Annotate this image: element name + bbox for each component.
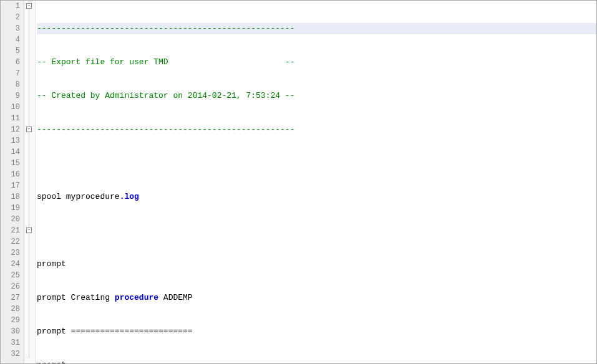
code-text: ADDEMP	[158, 292, 193, 304]
line-number: 7	[1, 68, 20, 79]
code-text: prompt =========================	[37, 326, 193, 337]
fold-toggle-icon[interactable]: -	[26, 228, 32, 233]
fold-toggle-icon[interactable]: -	[26, 3, 32, 9]
line-number: 25	[1, 270, 20, 281]
code-line: ----------------------------------------…	[37, 23, 596, 34]
line-number: 2	[1, 12, 20, 23]
line-number: 11	[1, 113, 20, 124]
line-number: 30	[1, 326, 20, 337]
line-number: 27	[1, 292, 20, 304]
line-number: 20	[1, 214, 20, 225]
code-line	[37, 225, 596, 236]
line-number: 13	[1, 135, 20, 146]
line-number: 15	[1, 158, 20, 169]
line-number: 23	[1, 247, 20, 259]
line-number: 18	[1, 191, 20, 203]
line-gutter: 1234567891011121314151617181920212223242…	[1, 1, 24, 363]
line-number: 31	[1, 337, 20, 348]
line-number: 19	[1, 203, 20, 214]
code-line: -- Export file for user TMD --	[37, 57, 596, 68]
code-line: prompt =========================	[37, 326, 596, 337]
line-number: 16	[1, 169, 20, 180]
line-number: 32	[1, 348, 20, 360]
line-number: 6	[1, 57, 20, 68]
comment-text: -- Export file for user TMD --	[37, 57, 294, 68]
code-text: prompt	[37, 360, 66, 364]
line-number: 24	[1, 259, 20, 270]
code-line: spool myprocedure.log	[37, 191, 596, 203]
fold-gutter: ---	[24, 1, 36, 363]
line-number: 26	[1, 281, 20, 292]
comment-text: -- Created by Administrator on 2014-02-2…	[37, 90, 294, 102]
code-line: prompt	[37, 259, 596, 270]
line-number: 8	[1, 79, 20, 90]
keyword: procedure	[115, 292, 158, 304]
line-number: 21	[1, 225, 20, 236]
code-text: prompt Creating	[37, 292, 115, 304]
fold-toggle-icon[interactable]: -	[26, 127, 32, 132]
line-number: 3	[1, 23, 20, 34]
code-line	[37, 158, 596, 169]
code-editor: 1234567891011121314151617181920212223242…	[1, 1, 596, 363]
code-text: spool myprocedure	[37, 191, 120, 203]
line-number: 4	[1, 34, 20, 46]
code-line: ----------------------------------------…	[37, 124, 596, 135]
code-text: prompt	[37, 259, 66, 270]
line-number: 9	[1, 90, 20, 102]
code-area[interactable]: ----------------------------------------…	[36, 1, 596, 363]
line-number: 28	[1, 304, 20, 315]
line-number: 22	[1, 236, 20, 247]
line-number: 14	[1, 146, 20, 158]
line-number: 10	[1, 102, 20, 113]
code-line: -- Created by Administrator on 2014-02-2…	[37, 90, 596, 102]
comment-text: ----------------------------------------…	[37, 23, 294, 34]
line-number: 17	[1, 180, 20, 191]
line-number: 1	[1, 1, 20, 12]
keyword: .log	[120, 191, 139, 203]
line-number: 5	[1, 46, 20, 57]
code-line: prompt Creating procedure ADDEMP	[37, 292, 596, 304]
line-number: 12	[1, 124, 20, 135]
comment-text: ----------------------------------------…	[37, 124, 294, 135]
code-line: prompt	[37, 360, 596, 364]
line-number: 29	[1, 315, 20, 326]
